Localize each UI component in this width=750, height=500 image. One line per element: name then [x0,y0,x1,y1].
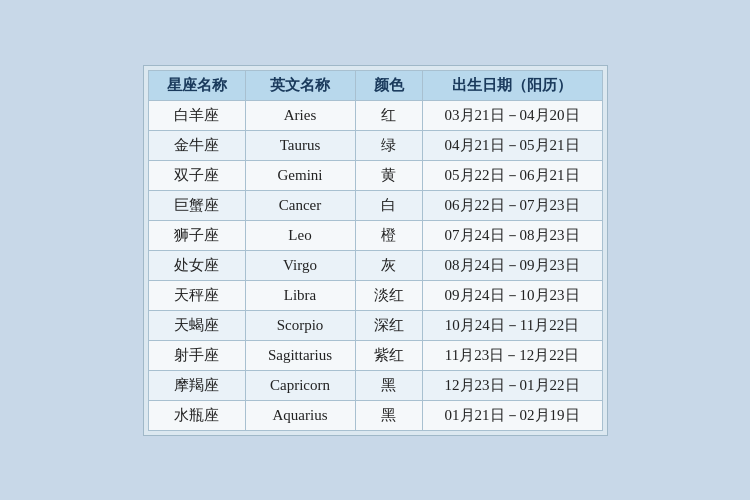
cell-english: Libra [245,280,355,310]
table-row: 白羊座Aries红03月21日－04月20日 [148,100,602,130]
cell-date: 01月21日－02月19日 [422,400,602,430]
cell-color: 黄 [355,160,422,190]
cell-color: 绿 [355,130,422,160]
cell-chinese: 摩羯座 [148,370,245,400]
cell-english: Aries [245,100,355,130]
cell-chinese: 处女座 [148,250,245,280]
cell-date: 06月22日－07月23日 [422,190,602,220]
cell-date: 10月24日－11月22日 [422,310,602,340]
cell-chinese: 狮子座 [148,220,245,250]
cell-date: 05月22日－06月21日 [422,160,602,190]
cell-color: 红 [355,100,422,130]
cell-color: 橙 [355,220,422,250]
table-row: 天秤座Libra淡红09月24日－10月23日 [148,280,602,310]
cell-chinese: 水瓶座 [148,400,245,430]
cell-english: Leo [245,220,355,250]
cell-chinese: 巨蟹座 [148,190,245,220]
cell-chinese: 金牛座 [148,130,245,160]
cell-date: 08月24日－09月23日 [422,250,602,280]
table-row: 巨蟹座Cancer白06月22日－07月23日 [148,190,602,220]
cell-date: 03月21日－04月20日 [422,100,602,130]
cell-chinese: 天蝎座 [148,310,245,340]
header-chinese: 星座名称 [148,70,245,100]
cell-color: 紫红 [355,340,422,370]
cell-english: Scorpio [245,310,355,340]
table-row: 金牛座Taurus绿04月21日－05月21日 [148,130,602,160]
cell-color: 黑 [355,400,422,430]
cell-date: 12月23日－01月22日 [422,370,602,400]
cell-chinese: 白羊座 [148,100,245,130]
cell-date: 04月21日－05月21日 [422,130,602,160]
cell-color: 灰 [355,250,422,280]
cell-date: 09月24日－10月23日 [422,280,602,310]
table-row: 水瓶座Aquarius黑01月21日－02月19日 [148,400,602,430]
cell-english: Sagittarius [245,340,355,370]
table-row: 天蝎座Scorpio深红10月24日－11月22日 [148,310,602,340]
cell-english: Aquarius [245,400,355,430]
cell-color: 白 [355,190,422,220]
table-row: 处女座Virgo灰08月24日－09月23日 [148,250,602,280]
cell-english: Capricorn [245,370,355,400]
table-body: 白羊座Aries红03月21日－04月20日金牛座Taurus绿04月21日－0… [148,100,602,430]
cell-english: Taurus [245,130,355,160]
header-color: 颜色 [355,70,422,100]
table-row: 摩羯座Capricorn黑12月23日－01月22日 [148,370,602,400]
table-row: 狮子座Leo橙07月24日－08月23日 [148,220,602,250]
cell-date: 07月24日－08月23日 [422,220,602,250]
cell-color: 淡红 [355,280,422,310]
cell-english: Cancer [245,190,355,220]
cell-chinese: 双子座 [148,160,245,190]
cell-date: 11月23日－12月22日 [422,340,602,370]
cell-color: 深红 [355,310,422,340]
header-english: 英文名称 [245,70,355,100]
table-header-row: 星座名称 英文名称 颜色 出生日期（阳历） [148,70,602,100]
zodiac-table-container: 星座名称 英文名称 颜色 出生日期（阳历） 白羊座Aries红03月21日－04… [143,65,608,436]
cell-english: Gemini [245,160,355,190]
zodiac-table: 星座名称 英文名称 颜色 出生日期（阳历） 白羊座Aries红03月21日－04… [148,70,603,431]
header-date: 出生日期（阳历） [422,70,602,100]
table-row: 射手座Sagittarius紫红11月23日－12月22日 [148,340,602,370]
table-row: 双子座Gemini黄05月22日－06月21日 [148,160,602,190]
cell-chinese: 天秤座 [148,280,245,310]
cell-chinese: 射手座 [148,340,245,370]
cell-english: Virgo [245,250,355,280]
cell-color: 黑 [355,370,422,400]
